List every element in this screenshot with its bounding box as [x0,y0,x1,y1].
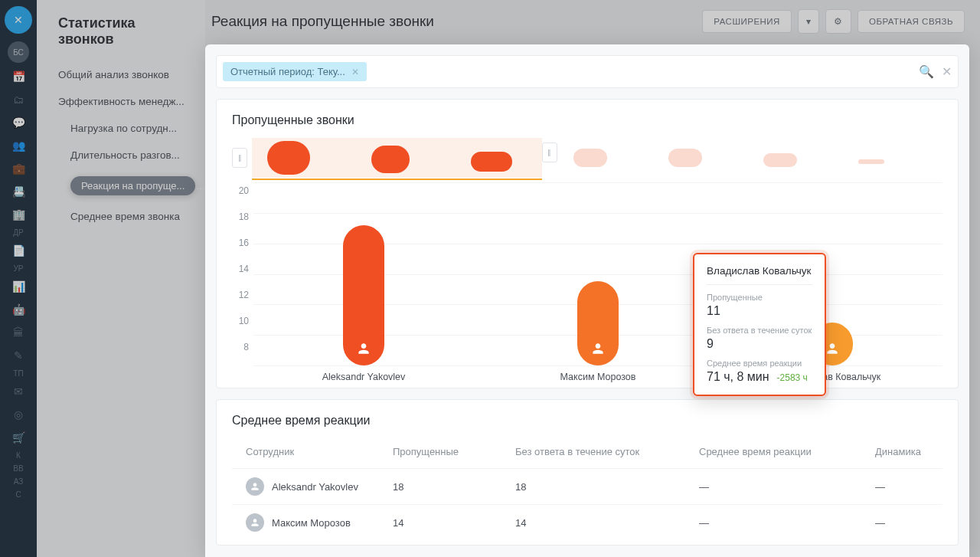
remove-filter-icon[interactable]: ✕ [351,67,359,77]
doc-icon[interactable]: 📄 [8,241,29,260]
mini-blob [573,149,607,167]
strip-handle-button[interactable]: ‖ [542,143,557,162]
sidebar-item-load[interactable]: Нагрузка по сотрудн... [37,115,205,142]
extensions-dropdown[interactable]: ▾ [798,9,820,34]
users-icon[interactable]: 👥 [8,136,29,155]
table-card: Среднее время реакции Сотрудник Пропущен… [216,399,959,546]
mini-blob [763,153,797,167]
building-icon[interactable]: 🏢 [8,205,29,224]
strip-prev-button[interactable]: ‖ [232,148,247,168]
header: Реакция на пропущенные звонки РАСШИРЕНИЯ… [205,0,980,43]
sidebar-item-duration[interactable]: Длительность разгов... [37,142,205,169]
tooltip-label-avg: Среднее время реакции [707,359,812,368]
mini-blob [371,146,410,173]
gear-icon: ⚙ [834,16,843,27]
close-icon[interactable]: ✕ [5,6,32,34]
android-icon[interactable]: 🤖 [8,300,29,319]
calendar-icon[interactable]: 📅 [8,67,29,86]
feedback-button[interactable]: ОБРАТНАЯ СВЯЗЬ [858,10,965,33]
filter-bar[interactable]: Отчетный период: Теку... ✕ 🔍 ✕ [216,55,959,88]
settings-button[interactable]: ⚙ [825,9,851,34]
mini-blob [668,149,702,167]
avatar-icon [246,477,264,496]
mini-blob [471,152,512,172]
tooltip-label-noreply: Без ответа в течение суток [707,326,812,335]
briefcase-icon[interactable]: 💼 [8,159,29,178]
chart-card: Пропущенные звонки ‖ ‖ 20 18 16 14 12 [216,99,959,388]
y-axis: 20 18 16 14 12 10 8 [232,182,253,366]
table-row[interactable]: Максим Морозов1414—— [232,504,942,540]
rail-text-ur[interactable]: УР [0,264,37,273]
sidebar-item-reaction[interactable]: Реакция на пропуще... [37,169,205,203]
pen-icon[interactable]: ✎ [8,346,29,365]
sidebar-item-overview[interactable]: Общий анализ звонков [37,61,205,88]
x-axis-label: Максим Морозов [560,372,636,382]
page-title: Реакция на пропущенные звонки [211,13,702,30]
sidebar-title: Статистика звонков [37,15,205,61]
chart-area: 20 18 16 14 12 10 8 Aleksandr YakovlevМа… [232,182,942,366]
tooltip-delta: -2583 ч [777,372,808,383]
rail-text-az[interactable]: АЗ [0,477,37,486]
rail-text-dr[interactable]: ДР [0,228,37,237]
target-icon[interactable]: ◎ [8,405,29,424]
search-icon[interactable]: 🔍 [919,64,934,79]
tooltip-name: Владислав Ковальчук [707,265,812,285]
filter-chip-period[interactable]: Отчетный период: Теку... ✕ [223,62,367,81]
chart-bar[interactable] [343,225,384,365]
extensions-button[interactable]: РАСШИРЕНИЯ [702,10,792,33]
filter-chip-label: Отчетный период: Теку... [230,66,345,77]
clear-icon[interactable]: ✕ [942,64,952,79]
chart-tooltip: Владислав Ковальчук Пропущенные 11 Без о… [693,253,826,396]
report-panel: Отчетный период: Теку... ✕ 🔍 ✕ Пропущенн… [205,44,969,557]
card-icon[interactable]: 🗂 [8,90,29,109]
user-avatar[interactable]: БС [8,41,29,63]
mini-strip: ‖ ‖ [232,138,942,178]
tooltip-val-noreply: 9 [707,337,812,351]
chart-title: Пропущенные звонки [232,113,942,127]
table-row[interactable]: Aleksandr Yakovlev1818—— [232,468,942,504]
rail-text-k[interactable]: К [0,451,37,460]
chart-icon[interactable]: 📊 [8,277,29,296]
chat-icon[interactable]: 💬 [8,113,29,132]
mail-icon[interactable]: ✉ [8,382,29,401]
table-title: Среднее время реакции [232,414,942,428]
rail-text-s[interactable]: С [0,490,37,499]
mini-blob [858,159,884,164]
chart-plot: Aleksandr YakovlevМаксим МорозовВладисла… [253,182,942,366]
tooltip-label-missed: Пропущенные [707,293,812,302]
rail-text-vv[interactable]: ВВ [0,464,37,473]
contact-icon[interactable]: 📇 [8,182,29,201]
tooltip-val-avg: 71 ч, 8 мин [707,370,769,384]
cart-icon[interactable]: 🛒 [8,428,29,447]
x-axis-label: Aleksandr Yakovlev [322,372,406,382]
sidebar: Статистика звонков Общий анализ звонков … [37,0,205,557]
left-rail: ✕ БС 📅 🗂 💬 👥 💼 📇 🏢 ДР 📄 УР 📊 🤖 🏛 ✎ ТП ✉ … [0,0,37,557]
sidebar-item-avg-time[interactable]: Среднее время звонка [37,203,205,230]
table-header: Сотрудник Пропущенные Без ответа в течен… [232,438,942,468]
rail-text-tp[interactable]: ТП [0,369,37,378]
tooltip-val-missed: 11 [707,304,812,318]
avatar-icon [246,513,264,532]
chart-bar[interactable] [577,281,619,365]
sidebar-item-efficiency[interactable]: Эффективность менедж... [37,88,205,115]
bank-icon[interactable]: 🏛 [8,323,29,342]
mini-blob [267,141,310,175]
